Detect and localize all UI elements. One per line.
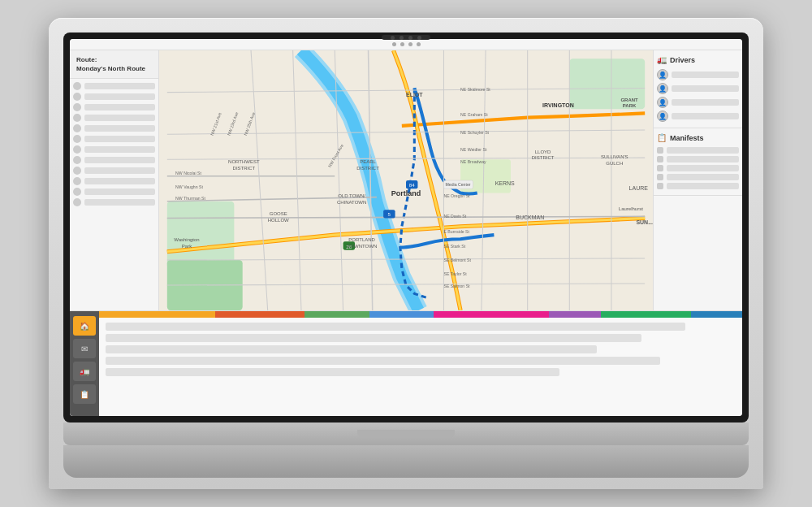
dot-1: [392, 42, 396, 46]
route-item[interactable]: [73, 82, 155, 90]
laptop-shell: Route: Monday's North Route: [49, 18, 763, 489]
map-svg: NW 21st Ave NW 23rd Ave NW 25th Ave NW N…: [159, 50, 653, 310]
route-item-bar: [84, 93, 155, 100]
manifest-dot: [657, 147, 663, 154]
screen-bezel: Route: Monday's North Route: [63, 32, 749, 422]
content-bar3: [106, 345, 597, 353]
route-item-bar: [84, 188, 155, 195]
driver-item[interactable]: 👤: [657, 83, 739, 94]
dot-2: [400, 42, 404, 46]
route-item[interactable]: [73, 93, 155, 101]
svg-text:SE Stark St: SE Stark St: [443, 244, 465, 249]
color-bar: [601, 311, 691, 318]
color-bar-container: [99, 311, 742, 318]
manifest-dot: [657, 183, 663, 189]
route-item-dot: [73, 103, 81, 111]
route-item[interactable]: [73, 188, 155, 196]
manifest-dot: [657, 156, 663, 162]
buckman-label: BUCKMAN: [516, 214, 544, 220]
laptop-base: [63, 422, 749, 445]
route-list: [70, 79, 158, 310]
laptop-notch: [357, 430, 455, 438]
laptop-bottom-bar: [63, 445, 749, 478]
manifest-bar: [667, 156, 739, 162]
svg-text:NE Broadway: NE Broadway: [460, 159, 486, 164]
route-label: Route:: [76, 55, 152, 64]
portland-downtown-label: PORTLANDDOWNTOWN: [347, 237, 377, 250]
manifest-item[interactable]: [657, 147, 739, 154]
svg-text:NE Graham St: NE Graham St: [460, 112, 488, 117]
content-bar1: [106, 323, 685, 331]
left-sidebar: Route: Monday's North Route: [70, 50, 159, 310]
route-item-dot: [73, 114, 81, 122]
manifest-dot: [657, 174, 663, 180]
driver-bar: [672, 72, 739, 78]
svg-text:NW Vaughn St: NW Vaughn St: [175, 184, 203, 189]
svg-text:5: 5: [388, 211, 391, 217]
driver-avatar: 👤: [657, 83, 668, 94]
manifest-item[interactable]: [657, 183, 739, 189]
route-item-dot: [73, 93, 81, 101]
route-item-bar: [84, 136, 155, 142]
drivers-section: 🚛 Drivers 👤 👤 👤 👤: [654, 50, 742, 128]
route-item[interactable]: [73, 198, 155, 206]
goose-hollow-label: GOOSEHOLLOW: [268, 211, 289, 224]
route-item-dot: [73, 198, 81, 206]
sunnyside-label: SUN...: [636, 219, 653, 225]
color-bar: [304, 311, 369, 318]
camera-bar: [382, 35, 430, 40]
dot-3: [408, 42, 412, 46]
manifests-title: Manifests: [670, 134, 704, 142]
route-item-dot: [73, 82, 81, 90]
portland-label: Portland: [391, 189, 421, 197]
content-bar4: [106, 357, 660, 365]
driver-item[interactable]: 👤: [657, 69, 739, 80]
grant-park-label: GRANTPARK: [620, 98, 637, 110]
manifests-header: 📋 Manifests: [657, 132, 739, 144]
route-name: Monday's North Route: [76, 64, 152, 73]
irvington-label: IRVINGTON: [542, 102, 574, 108]
route-item[interactable]: [73, 103, 155, 111]
route-item[interactable]: [73, 167, 155, 175]
route-item[interactable]: [73, 135, 155, 143]
top-dots-bar: [70, 39, 742, 50]
route-item[interactable]: [73, 177, 155, 185]
svg-text:Media Center: Media Center: [446, 182, 471, 187]
route-item[interactable]: [73, 145, 155, 154]
manifests-section: 📋 Manifests: [654, 128, 742, 196]
route-item[interactable]: [73, 156, 155, 164]
bottom-content-area: [99, 311, 742, 416]
nav-item-manifest[interactable]: 📋: [73, 384, 96, 404]
bottom-section: 🏠✉🚛📋: [70, 310, 742, 416]
svg-text:SE Salmon St: SE Salmon St: [443, 284, 470, 288]
route-item[interactable]: [73, 114, 155, 122]
route-item-dot: [73, 188, 81, 196]
nav-item-truck[interactable]: 🚛: [73, 362, 96, 381]
driver-bar: [672, 99, 739, 106]
manifest-item[interactable]: [657, 156, 739, 162]
manifest-item[interactable]: [657, 165, 739, 171]
lloyd-district-label: LLOYDDISTRICT: [532, 150, 555, 162]
route-item-dot: [73, 177, 81, 185]
route-item-bar: [84, 167, 155, 174]
driver-bar: [672, 85, 739, 92]
svg-text:NE Weidler St: NE Weidler St: [460, 147, 487, 152]
washington-park-label: WashingtonPark: [174, 237, 199, 250]
dot-4: [417, 42, 421, 46]
nav-item-home[interactable]: 🏠: [73, 316, 96, 336]
svg-text:SE Taylor St: SE Taylor St: [443, 271, 467, 276]
driver-item[interactable]: 👤: [657, 97, 739, 108]
route-item-bar: [84, 199, 155, 206]
route-item-bar: [84, 146, 155, 153]
route-item-dot: [73, 124, 81, 132]
color-bar: [549, 311, 600, 318]
svg-text:NE Davis St: NE Davis St: [443, 214, 466, 219]
driver-avatar: 👤: [657, 97, 668, 108]
nav-column: 🏠✉🚛📋: [70, 311, 99, 416]
driver-item[interactable]: 👤: [657, 110, 739, 122]
route-item-dot: [73, 156, 81, 164]
nav-item-inbox[interactable]: ✉: [73, 339, 96, 358]
manifest-item[interactable]: [657, 174, 739, 180]
color-bar: [369, 311, 434, 318]
route-item[interactable]: [73, 124, 155, 132]
